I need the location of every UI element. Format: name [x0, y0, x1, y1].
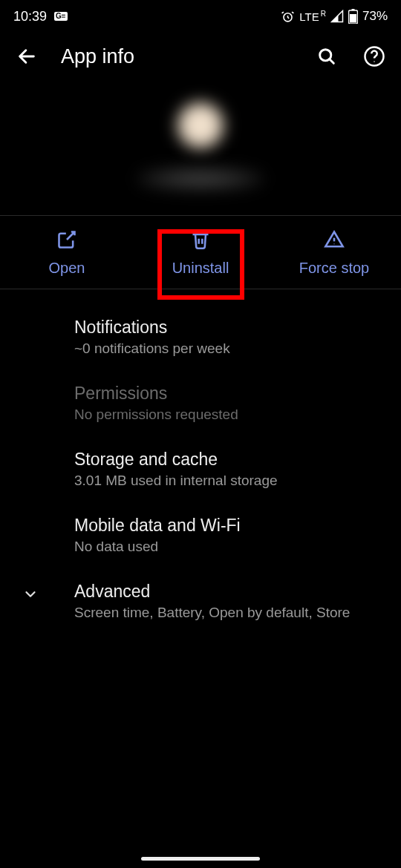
item-subtitle: Screen time, Battery, Open by default, S…	[74, 605, 383, 621]
page-title: App info	[61, 45, 293, 68]
battery-icon	[348, 9, 358, 24]
signal-icon	[330, 10, 344, 23]
item-storage[interactable]: Storage and cache 3.01 MB used in intern…	[0, 436, 401, 502]
trash-icon	[190, 229, 211, 254]
item-subtitle: No permissions requested	[74, 407, 383, 423]
item-permissions: Permissions No permissions requested	[0, 370, 401, 436]
svg-rect-2	[351, 9, 354, 10]
item-title: Storage and cache	[74, 450, 383, 470]
app-header	[0, 77, 401, 215]
help-button[interactable]	[361, 43, 388, 70]
uninstall-label: Uninstall	[172, 260, 229, 277]
app-name	[137, 166, 264, 191]
svg-point-6	[374, 61, 375, 62]
battery-percent: 73%	[362, 9, 388, 24]
chevron-down-icon	[22, 586, 39, 605]
svg-rect-3	[350, 14, 356, 23]
action-row: Open Uninstall Force stop	[0, 215, 401, 289]
item-title: Advanced	[74, 582, 383, 602]
open-label: Open	[49, 260, 85, 277]
app-icon	[175, 99, 226, 151]
status-time: 10:39	[13, 9, 47, 24]
item-title: Mobile data and Wi-Fi	[74, 516, 383, 536]
item-data[interactable]: Mobile data and Wi-Fi No data used	[0, 502, 401, 568]
status-bar: 10:39 G≡ LTE R 73%	[0, 0, 401, 30]
network-type: LTE	[299, 10, 319, 23]
item-notifications[interactable]: Notifications ~0 notifications per week	[0, 304, 401, 370]
open-button[interactable]: Open	[0, 216, 134, 289]
roaming-indicator: R	[321, 10, 326, 18]
app-bar: App info	[0, 30, 401, 77]
item-title: Notifications	[74, 318, 383, 338]
force-stop-button[interactable]: Force stop	[267, 216, 401, 289]
item-advanced[interactable]: Advanced Screen time, Battery, Open by d…	[0, 568, 401, 634]
item-subtitle: No data used	[74, 539, 383, 555]
item-title: Permissions	[74, 384, 383, 404]
uninstall-button[interactable]: Uninstall	[134, 216, 267, 289]
open-icon	[56, 229, 77, 254]
item-subtitle: ~0 notifications per week	[74, 341, 383, 357]
warning-icon	[324, 229, 345, 254]
search-button[interactable]	[313, 43, 340, 70]
back-button[interactable]	[13, 43, 40, 70]
settings-list: Notifications ~0 notifications per week …	[0, 289, 401, 649]
item-subtitle: 3.01 MB used in internal storage	[74, 473, 383, 489]
news-badge-icon: G≡	[54, 12, 68, 21]
svg-point-7	[333, 243, 334, 244]
alarm-icon	[281, 10, 295, 24]
nav-handle[interactable]	[141, 857, 260, 861]
force-stop-label: Force stop	[299, 260, 369, 277]
